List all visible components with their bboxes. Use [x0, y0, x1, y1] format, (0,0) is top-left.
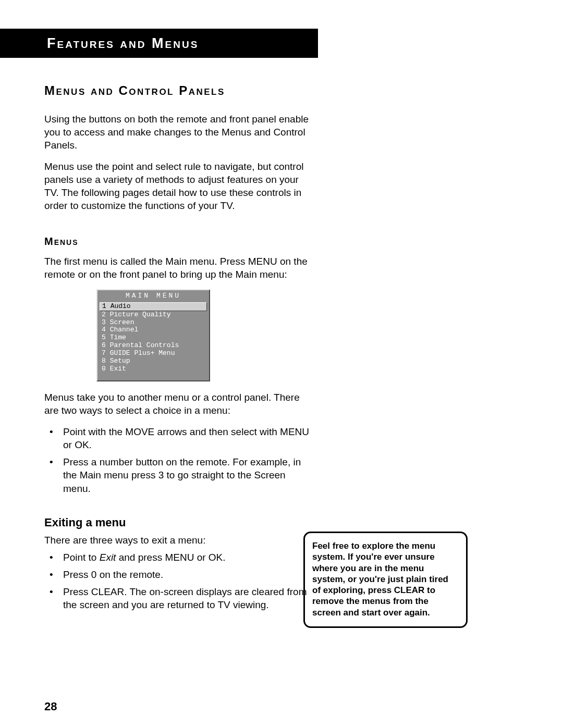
bullet-list: Point with the MOVE arrows and then sele…	[44, 425, 315, 495]
menu-row-label: Exit	[110, 365, 126, 373]
main-menu-title: MAIN MENU	[97, 292, 209, 300]
menu-row-label: Setup	[110, 357, 130, 365]
paragraph: Menus use the point and select rule to n…	[44, 160, 315, 212]
menu-row: 8 Setup	[97, 357, 209, 365]
text: and press MENU or OK.	[116, 552, 225, 563]
menu-row-label: Time	[110, 334, 126, 341]
paragraph: Menus take you to another menu or a cont…	[44, 391, 315, 417]
menu-row-label: Screen	[110, 318, 134, 326]
menu-row-label: GUIDE Plus+ Menu	[110, 349, 175, 357]
menu-row-num: 4	[102, 326, 106, 334]
page-number: 28	[44, 700, 57, 713]
chapter-banner: Features and Menus	[0, 29, 318, 58]
menu-row-num: 0	[102, 365, 106, 373]
menu-row-label: Parental Controls	[110, 341, 179, 349]
paragraph: Using the buttons on both the remote and…	[44, 113, 315, 152]
text-emphasis: Exit	[100, 552, 116, 563]
text: Point to	[63, 552, 100, 563]
paragraph: There are three ways to exit a menu:	[44, 534, 315, 547]
menu-row-label: Picture Quality	[110, 311, 171, 318]
main-menu-figure: MAIN MENU 1 Audio 2 Picture Quality 3 Sc…	[96, 289, 210, 381]
menu-row-num: 6	[102, 341, 106, 349]
list-item: Point with the MOVE arrows and then sele…	[44, 425, 315, 451]
menu-row: 0 Exit	[97, 365, 209, 373]
tip-text: Feel free to explore the menu system. If…	[312, 540, 459, 618]
menu-row-selected: 1 Audio	[100, 302, 207, 311]
menu-row: 3 Screen	[97, 319, 209, 327]
menu-row: 5 Time	[97, 334, 209, 342]
list-item: Press a number button on the remote. For…	[44, 455, 315, 495]
tip-callout: Feel free to explore the menu system. If…	[303, 532, 468, 628]
menu-row-num: 8	[102, 357, 106, 365]
menu-row-label: Channel	[110, 326, 139, 334]
menu-row: 6 Parental Controls	[97, 342, 209, 350]
bullet-list: Point to Exit and press MENU or OK. Pres…	[44, 551, 315, 611]
menu-row: 7 GUIDE Plus+ Menu	[97, 350, 209, 357]
menu-row-label: Audio	[111, 302, 131, 310]
subsection-heading: Menus	[44, 236, 474, 248]
menu-row-num: 7	[102, 349, 106, 357]
menu-row-num: 5	[102, 334, 106, 341]
section-heading: Menus and Control Panels	[44, 83, 474, 98]
list-item: Press 0 on the remote.	[44, 568, 315, 581]
list-item: Press CLEAR. The on-screen displays are …	[44, 585, 315, 611]
menu-row: 2 Picture Quality	[97, 311, 209, 319]
menu-row: 4 Channel	[97, 326, 209, 334]
paragraph: The first menu is called the Main menu. …	[44, 255, 315, 281]
subheading: Exiting a menu	[44, 516, 474, 529]
menu-row-num: 1	[102, 302, 106, 310]
list-item: Point to Exit and press MENU or OK.	[44, 551, 315, 564]
menu-row-num: 3	[102, 318, 106, 326]
menu-row-num: 2	[102, 311, 106, 318]
